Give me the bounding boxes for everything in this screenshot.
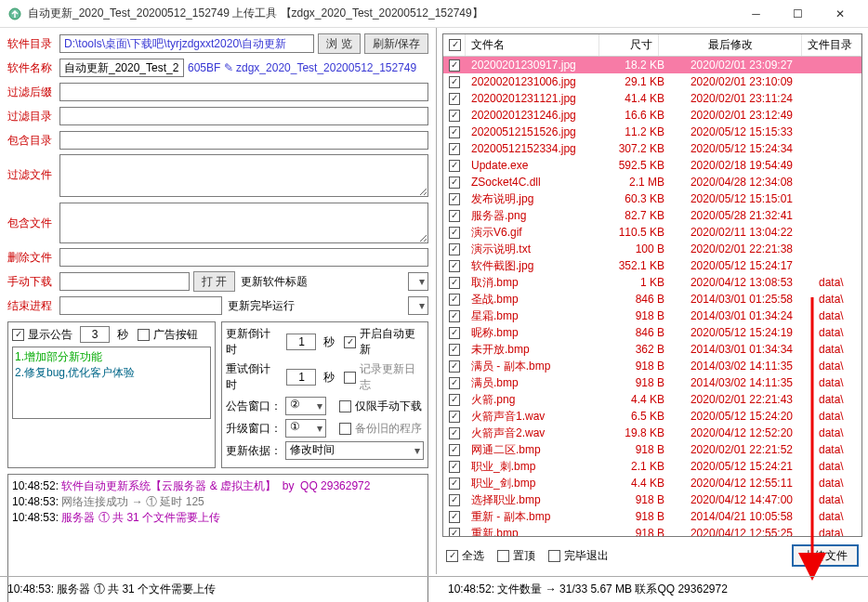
row-checkbox[interactable] — [449, 310, 460, 322]
table-row[interactable]: 演示说明.txt100 B2020/02/01 22:21:38 — [443, 241, 861, 257]
row-checkbox[interactable] — [449, 76, 460, 88]
refresh-save-button[interactable]: 刷新/保存 — [364, 33, 428, 54]
pin-top-checkbox[interactable] — [497, 550, 509, 562]
table-row[interactable]: 昵称.bmp846 B2020/05/12 15:24:19data\ — [443, 324, 861, 341]
row-checkbox[interactable] — [449, 110, 460, 122]
row-checkbox[interactable] — [449, 528, 460, 537]
notice-list[interactable]: 1.增加部分新功能 2.修复bug,优化客户体验 — [12, 347, 211, 419]
log-update-checkbox[interactable] — [344, 372, 356, 384]
table-row[interactable]: 服务器.png82.7 KB2020/05/28 21:32:41 — [443, 207, 861, 224]
manual-dl-input[interactable] — [59, 272, 190, 291]
software-name-input[interactable] — [59, 59, 184, 77]
row-checkbox[interactable] — [449, 511, 460, 523]
software-dir-input[interactable] — [59, 34, 314, 53]
row-checkbox[interactable] — [449, 143, 460, 155]
table-row[interactable]: 重新 - 副本.bmp918 B2014/04/21 10:05:58data\ — [443, 508, 861, 525]
table-row[interactable]: 火箭.png4.4 KB2020/02/01 22:21:43data\ — [443, 391, 861, 408]
row-checkbox[interactable] — [449, 294, 460, 306]
row-checkbox[interactable] — [449, 478, 460, 490]
log-update-label: 记录更新日志 — [360, 361, 424, 393]
update-done-run-select[interactable] — [408, 296, 428, 315]
row-checkbox[interactable] — [449, 260, 460, 272]
table-row[interactable]: Update.exe592.5 KB2020/02/18 19:54:49 — [443, 157, 861, 174]
header-checkbox[interactable] — [449, 39, 461, 51]
row-checkbox[interactable] — [449, 327, 460, 339]
row-checkbox[interactable] — [449, 377, 460, 389]
table-row[interactable]: 星霜.bmp918 B2014/03/01 01:34:24data\ — [443, 308, 861, 324]
auto-update-checkbox[interactable] — [344, 336, 356, 348]
table-row[interactable]: 火箭声音1.wav6.5 KB2020/05/12 15:24:20data\ — [443, 408, 861, 425]
row-checkbox[interactable] — [449, 344, 460, 356]
close-button[interactable]: ✕ — [819, 1, 861, 27]
manual-only-checkbox[interactable] — [339, 400, 351, 412]
include-dir-input[interactable] — [59, 131, 428, 150]
countdown1-input[interactable] — [286, 334, 316, 350]
table-row[interactable]: 网通二区.bmp918 B2020/02/01 22:21:52data\ — [443, 441, 861, 458]
table-row[interactable]: 职业_刺.bmp2.1 KB2020/05/12 15:24:21data\ — [443, 458, 861, 475]
table-body[interactable]: 20200201230917.jpg18.2 KB2020/02/01 23:0… — [443, 57, 861, 536]
row-checkbox[interactable] — [449, 444, 460, 456]
row-checkbox[interactable] — [449, 126, 460, 138]
exit-done-checkbox[interactable] — [548, 550, 560, 562]
row-checkbox[interactable] — [449, 277, 460, 289]
table-row[interactable]: 20200512152334.jpg307.2 KB2020/05/12 15:… — [443, 140, 861, 157]
table-row[interactable]: 满员 - 副本.bmp918 B2014/03/02 14:11:35data\ — [443, 358, 861, 374]
minimize-button[interactable]: ─ — [735, 1, 777, 27]
backup-old-checkbox[interactable] — [339, 423, 351, 435]
upgrade-win-select[interactable]: ① — [285, 419, 326, 438]
col-size[interactable]: 尺寸 — [599, 34, 659, 56]
open-button[interactable]: 打 开 — [193, 271, 235, 292]
table-row[interactable]: 职业_剑.bmp4.4 KB2020/04/12 12:55:11data\ — [443, 475, 861, 491]
select-all-checkbox[interactable] — [446, 550, 458, 562]
table-row[interactable]: 满员.bmp918 B2014/03/02 14:11:35data\ — [443, 374, 861, 391]
update-title-select[interactable] — [408, 272, 428, 291]
update-by-select[interactable]: 修改时间 — [285, 441, 424, 460]
row-checkbox[interactable] — [449, 494, 460, 506]
upload-button[interactable]: 上传文件 — [792, 544, 859, 567]
row-checkbox[interactable] — [449, 360, 460, 373]
table-row[interactable]: 选择职业.bmp918 B2020/04/12 14:47:00data\ — [443, 491, 861, 508]
notice-win-select[interactable]: ② — [285, 397, 326, 415]
end-proc-input[interactable] — [59, 296, 222, 315]
filter-dir-input[interactable] — [59, 107, 428, 125]
row-checkbox[interactable] — [449, 93, 460, 105]
table-row[interactable]: 20200201230917.jpg18.2 KB2020/02/01 23:0… — [443, 57, 861, 73]
col-name[interactable]: 文件名 — [466, 34, 599, 56]
table-row[interactable]: 发布说明.jpg60.3 KB2020/05/12 15:15:01 — [443, 190, 861, 207]
delete-file-input[interactable] — [59, 248, 428, 267]
row-checkbox[interactable] — [449, 461, 460, 473]
row-checkbox[interactable] — [449, 59, 460, 72]
row-checkbox[interactable] — [449, 427, 460, 439]
notice-seconds-input[interactable] — [80, 326, 110, 343]
row-checkbox[interactable] — [449, 411, 460, 423]
col-dir[interactable]: 文件目录 — [802, 34, 861, 56]
table-row[interactable]: 20200201231006.jpg29.1 KB2020/02/01 23:1… — [443, 73, 861, 90]
table-row[interactable]: 取消.bmp1 KB2020/04/12 13:08:53data\ — [443, 274, 861, 291]
table-row[interactable]: 圣战.bmp846 B2014/03/01 01:25:58data\ — [443, 291, 861, 308]
table-row[interactable]: 软件截图.jpg352.1 KB2020/05/12 15:24:17 — [443, 257, 861, 274]
row-checkbox[interactable] — [449, 227, 460, 239]
row-checkbox[interactable] — [449, 394, 460, 406]
countdown2-input[interactable] — [286, 369, 316, 386]
table-row[interactable]: 火箭声音2.wav19.8 KB2020/04/12 12:52:20data\ — [443, 425, 861, 441]
include-file-textarea[interactable] — [59, 203, 428, 243]
browse-button[interactable]: 浏 览 — [318, 33, 360, 54]
maximize-button[interactable]: ☐ — [777, 1, 819, 27]
row-checkbox[interactable] — [449, 210, 460, 222]
filter-file-textarea[interactable] — [59, 154, 428, 197]
filter-suffix-input[interactable] — [59, 83, 428, 101]
table-row[interactable]: 20200201231121.jpg41.4 KB2020/02/01 23:1… — [443, 90, 861, 107]
row-checkbox[interactable] — [449, 243, 460, 255]
table-row[interactable]: 未开放.bmp362 B2014/03/01 01:34:34data\ — [443, 341, 861, 358]
col-date[interactable]: 最后修改 — [659, 34, 802, 56]
table-row[interactable]: 20200201231246.jpg16.6 KB2020/02/01 23:1… — [443, 107, 861, 124]
row-checkbox[interactable] — [449, 193, 460, 205]
table-row[interactable]: ZSocket4C.dll2.1 MB2020/04/28 12:34:08 — [443, 174, 861, 190]
row-checkbox[interactable] — [449, 160, 460, 172]
table-row[interactable]: 重新.bmp918 B2020/04/12 12:55:25data\ — [443, 525, 861, 536]
table-row[interactable]: 演示V6.gif110.5 KB2020/02/11 13:04:22 — [443, 224, 861, 241]
show-notice-checkbox[interactable] — [12, 329, 24, 341]
row-checkbox[interactable] — [449, 177, 460, 189]
table-row[interactable]: 20200512151526.jpg11.2 KB2020/05/12 15:1… — [443, 124, 861, 140]
ad-btn-checkbox[interactable] — [138, 329, 150, 341]
